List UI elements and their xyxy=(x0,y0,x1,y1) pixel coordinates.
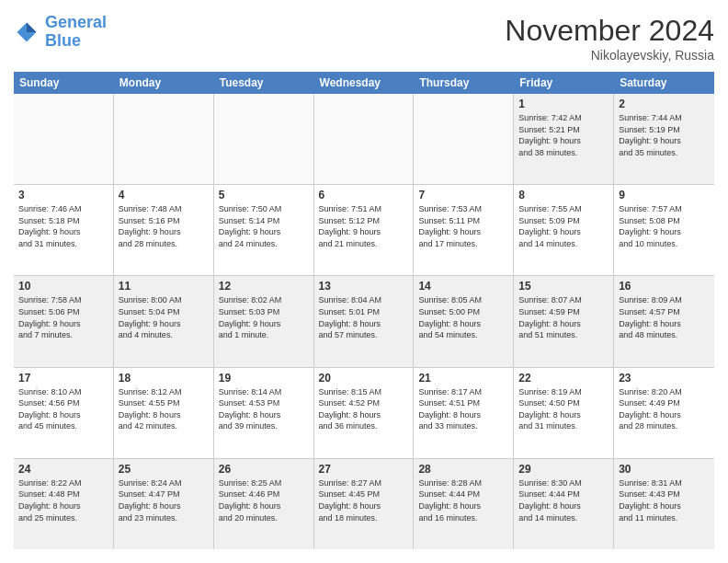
day-number: 2 xyxy=(619,98,710,110)
calendar-cell: 13Sunrise: 8:04 AMSunset: 5:01 PMDayligh… xyxy=(314,276,415,366)
calendar-cell: 25Sunrise: 8:24 AMSunset: 4:47 PMDayligh… xyxy=(114,459,214,549)
calendar-cell xyxy=(114,94,214,184)
title-block: November 2024 Nikolayevskiy, Russia xyxy=(505,14,714,63)
day-number: 18 xyxy=(119,372,209,385)
calendar-cell: 8Sunrise: 7:55 AMSunset: 5:09 PMDaylight… xyxy=(514,185,614,275)
day-number: 19 xyxy=(219,372,309,385)
calendar-cell: 24Sunrise: 8:22 AMSunset: 4:48 PMDayligh… xyxy=(14,459,114,549)
calendar-cell: 29Sunrise: 8:30 AMSunset: 4:44 PMDayligh… xyxy=(514,459,614,549)
calendar-cell xyxy=(414,94,514,184)
calendar-row: 24Sunrise: 8:22 AMSunset: 4:48 PMDayligh… xyxy=(14,459,714,549)
day-number: 6 xyxy=(319,189,409,201)
day-info: Sunrise: 7:58 AMSunset: 5:06 PMDaylight:… xyxy=(18,294,108,340)
day-info: Sunrise: 7:48 AMSunset: 5:16 PMDaylight:… xyxy=(119,203,209,249)
day-number: 25 xyxy=(119,463,209,476)
day-number: 5 xyxy=(219,189,309,201)
day-info: Sunrise: 7:57 AMSunset: 5:08 PMDaylight:… xyxy=(619,203,710,249)
logo-line1: General xyxy=(45,13,107,31)
svg-marker-1 xyxy=(27,22,37,32)
day-info: Sunrise: 8:20 AMSunset: 4:49 PMDaylight:… xyxy=(619,386,710,432)
calendar-cell: 9Sunrise: 7:57 AMSunset: 5:08 PMDaylight… xyxy=(614,185,714,275)
day-info: Sunrise: 8:12 AMSunset: 4:55 PMDaylight:… xyxy=(119,386,209,432)
calendar-row: 1Sunrise: 7:42 AMSunset: 5:21 PMDaylight… xyxy=(14,94,714,185)
day-info: Sunrise: 8:02 AMSunset: 5:03 PMDaylight:… xyxy=(219,294,309,340)
day-info: Sunrise: 8:00 AMSunset: 5:04 PMDaylight:… xyxy=(119,294,209,340)
day-number: 24 xyxy=(18,463,108,476)
day-info: Sunrise: 7:46 AMSunset: 5:18 PMDaylight:… xyxy=(18,203,108,249)
day-number: 22 xyxy=(518,372,609,385)
calendar-cell xyxy=(314,94,415,184)
day-number: 29 xyxy=(518,463,609,476)
day-info: Sunrise: 7:53 AMSunset: 5:11 PMDaylight:… xyxy=(418,203,508,249)
logo-text: General Blue xyxy=(45,14,107,51)
day-info: Sunrise: 8:09 AMSunset: 4:57 PMDaylight:… xyxy=(619,294,710,340)
day-number: 11 xyxy=(119,280,209,293)
calendar: SundayMondayTuesdayWednesdayThursdayFrid… xyxy=(14,72,714,549)
calendar-cell: 12Sunrise: 8:02 AMSunset: 5:03 PMDayligh… xyxy=(214,276,314,366)
calendar-cell: 2Sunrise: 7:44 AMSunset: 5:19 PMDaylight… xyxy=(614,94,714,184)
day-number: 10 xyxy=(18,280,108,293)
calendar-cell: 10Sunrise: 7:58 AMSunset: 5:06 PMDayligh… xyxy=(14,276,114,366)
header-day: Sunday xyxy=(14,72,114,94)
calendar-cell: 1Sunrise: 7:42 AMSunset: 5:21 PMDaylight… xyxy=(514,94,614,184)
day-info: Sunrise: 8:15 AMSunset: 4:52 PMDaylight:… xyxy=(319,386,409,432)
day-number: 17 xyxy=(18,372,108,385)
day-info: Sunrise: 8:14 AMSunset: 4:53 PMDaylight:… xyxy=(219,386,309,432)
calendar-row: 10Sunrise: 7:58 AMSunset: 5:06 PMDayligh… xyxy=(14,276,714,367)
calendar-cell: 6Sunrise: 7:51 AMSunset: 5:12 PMDaylight… xyxy=(314,185,415,275)
logo-icon xyxy=(14,19,40,45)
day-info: Sunrise: 8:19 AMSunset: 4:50 PMDaylight:… xyxy=(518,386,609,432)
calendar-cell: 14Sunrise: 8:05 AMSunset: 5:00 PMDayligh… xyxy=(414,276,514,366)
day-info: Sunrise: 8:28 AMSunset: 4:44 PMDaylight:… xyxy=(418,477,508,523)
day-number: 13 xyxy=(319,280,409,293)
day-number: 4 xyxy=(119,189,209,201)
day-info: Sunrise: 8:05 AMSunset: 5:00 PMDaylight:… xyxy=(418,294,508,340)
day-info: Sunrise: 7:51 AMSunset: 5:12 PMDaylight:… xyxy=(319,203,409,249)
day-info: Sunrise: 8:31 AMSunset: 4:43 PMDaylight:… xyxy=(619,477,710,523)
day-info: Sunrise: 8:17 AMSunset: 4:51 PMDaylight:… xyxy=(418,386,508,432)
day-info: Sunrise: 8:22 AMSunset: 4:48 PMDaylight:… xyxy=(18,477,108,523)
calendar-cell: 20Sunrise: 8:15 AMSunset: 4:52 PMDayligh… xyxy=(314,368,415,458)
calendar-cell: 16Sunrise: 8:09 AMSunset: 4:57 PMDayligh… xyxy=(614,276,714,366)
calendar-cell: 27Sunrise: 8:27 AMSunset: 4:45 PMDayligh… xyxy=(314,459,415,549)
day-number: 12 xyxy=(219,280,309,293)
location: Nikolayevskiy, Russia xyxy=(505,48,714,63)
calendar-cell: 15Sunrise: 8:07 AMSunset: 4:59 PMDayligh… xyxy=(514,276,614,366)
day-number: 3 xyxy=(18,189,108,201)
header: General Blue November 2024 Nikolayevskiy… xyxy=(14,14,714,63)
header-day: Monday xyxy=(114,72,214,94)
calendar-cell xyxy=(14,94,114,184)
calendar-cell: 7Sunrise: 7:53 AMSunset: 5:11 PMDaylight… xyxy=(414,185,514,275)
header-day: Saturday xyxy=(614,72,714,94)
day-number: 7 xyxy=(418,189,508,201)
calendar-cell: 19Sunrise: 8:14 AMSunset: 4:53 PMDayligh… xyxy=(214,368,314,458)
day-info: Sunrise: 8:07 AMSunset: 4:59 PMDaylight:… xyxy=(518,294,609,340)
day-info: Sunrise: 7:44 AMSunset: 5:19 PMDaylight:… xyxy=(619,112,710,158)
calendar-cell: 5Sunrise: 7:50 AMSunset: 5:14 PMDaylight… xyxy=(214,185,314,275)
header-day: Wednesday xyxy=(314,72,415,94)
day-info: Sunrise: 8:04 AMSunset: 5:01 PMDaylight:… xyxy=(319,294,409,340)
calendar-cell: 4Sunrise: 7:48 AMSunset: 5:16 PMDaylight… xyxy=(114,185,214,275)
day-number: 9 xyxy=(619,189,710,201)
day-info: Sunrise: 7:55 AMSunset: 5:09 PMDaylight:… xyxy=(518,203,609,249)
calendar-cell: 3Sunrise: 7:46 AMSunset: 5:18 PMDaylight… xyxy=(14,185,114,275)
logo-line2: Blue xyxy=(45,31,81,50)
day-info: Sunrise: 7:50 AMSunset: 5:14 PMDaylight:… xyxy=(219,203,309,249)
day-number: 28 xyxy=(418,463,508,476)
calendar-cell: 17Sunrise: 8:10 AMSunset: 4:56 PMDayligh… xyxy=(14,368,114,458)
calendar-cell: 23Sunrise: 8:20 AMSunset: 4:49 PMDayligh… xyxy=(614,368,714,458)
calendar-cell: 21Sunrise: 8:17 AMSunset: 4:51 PMDayligh… xyxy=(414,368,514,458)
day-info: Sunrise: 8:25 AMSunset: 4:46 PMDaylight:… xyxy=(219,477,309,523)
day-number: 15 xyxy=(518,280,609,293)
calendar-header: SundayMondayTuesdayWednesdayThursdayFrid… xyxy=(14,72,714,94)
day-number: 21 xyxy=(418,372,508,385)
page: General Blue November 2024 Nikolayevskiy… xyxy=(0,0,728,563)
day-number: 14 xyxy=(418,280,508,293)
day-number: 16 xyxy=(619,280,710,293)
calendar-row: 3Sunrise: 7:46 AMSunset: 5:18 PMDaylight… xyxy=(14,185,714,276)
calendar-body: 1Sunrise: 7:42 AMSunset: 5:21 PMDaylight… xyxy=(14,94,714,549)
header-day: Thursday xyxy=(414,72,514,94)
day-info: Sunrise: 8:24 AMSunset: 4:47 PMDaylight:… xyxy=(119,477,209,523)
day-number: 20 xyxy=(319,372,409,385)
calendar-cell: 28Sunrise: 8:28 AMSunset: 4:44 PMDayligh… xyxy=(414,459,514,549)
